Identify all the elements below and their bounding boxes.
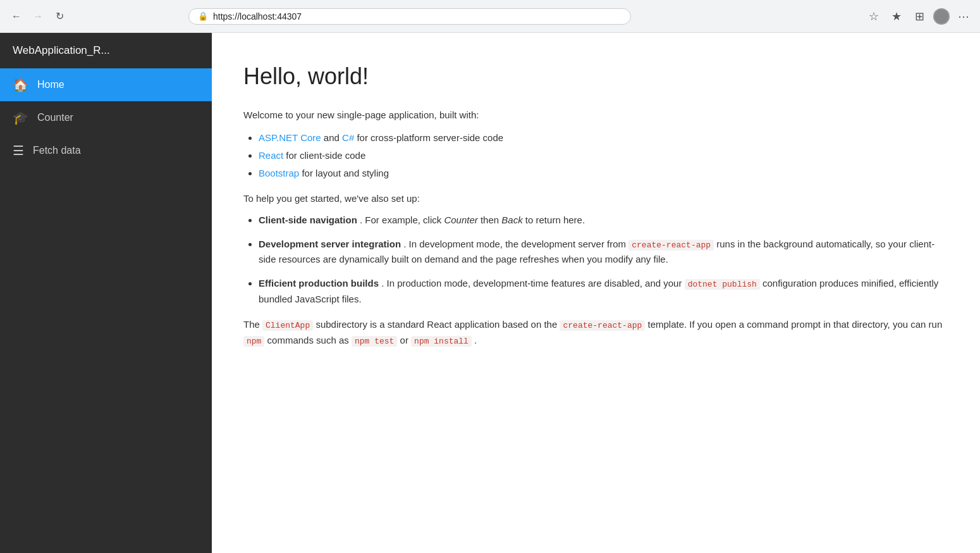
forward-button[interactable]: → [29, 8, 47, 25]
aspnet-core-link[interactable]: ASP.NET Core [259, 132, 321, 143]
fetch-data-icon: ☰ [13, 143, 24, 158]
sidebar-item-fetch-data[interactable]: ☰ Fetch data [0, 134, 212, 167]
sidebar-brand: WebApplication_R... [0, 33, 212, 68]
react-link[interactable]: React [259, 150, 283, 161]
list-item: Client-side navigation . For example, cl… [259, 213, 948, 228]
sidebar: WebApplication_R... 🏠 Home 🎓 Counter ☰ F… [0, 33, 212, 553]
client-nav-bold: Client-side navigation [259, 214, 357, 225]
footer-text3: template. If you open a command prompt i… [647, 319, 942, 330]
footer-text1: The [243, 319, 262, 330]
features-intro: To help you get started, we've also set … [243, 191, 948, 206]
app-layout: WebApplication_R... 🏠 Home 🎓 Counter ☰ F… [0, 33, 980, 553]
sidebar-item-fetch-data-label: Fetch data [33, 145, 81, 156]
bootstrap-link[interactable]: Bootstrap [259, 168, 299, 178]
counter-icon: 🎓 [13, 110, 28, 125]
tech-list: ASP.NET Core and C# for cross-platform s… [259, 130, 948, 181]
csharp-link[interactable]: C# [342, 132, 354, 143]
sidebar-item-home-label: Home [37, 79, 64, 90]
footer-paragraph: The ClientApp subdirectory is a standard… [243, 317, 948, 349]
server-text: for cross-platform server-side code [357, 132, 503, 143]
intro-text: Welcome to your new single-page applicat… [243, 108, 948, 123]
main-content: Hello, world! Welcome to your new single… [212, 33, 980, 553]
prod-builds-bold: Efficient production builds [259, 278, 379, 289]
lock-icon: 🔒 [198, 11, 208, 21]
reload-button[interactable]: ↻ [51, 8, 68, 25]
list-item: Development server integration . In deve… [259, 237, 948, 268]
list-item: Efficient production builds . In product… [259, 276, 948, 307]
more-options-icon[interactable]: ⋯ [955, 8, 972, 25]
favorites-star-icon[interactable]: ☆ [865, 8, 883, 25]
back-button[interactable]: ← [8, 8, 25, 25]
browser-chrome: ← → ↻ 🔒 https://localhost:44307 ☆ ★ ⊞ ⋯ [0, 0, 980, 33]
list-item: Bootstrap for layout and styling [259, 166, 948, 181]
npm-install-code: npm install [411, 336, 472, 347]
react-text: for client-side code [286, 150, 365, 161]
footer-text4: commands such as [267, 335, 352, 345]
dev-server-bold: Development server integration [259, 239, 401, 249]
npm-test-code: npm test [352, 336, 397, 347]
home-icon: 🏠 [13, 77, 28, 92]
bootstrap-text: for layout and styling [302, 168, 389, 178]
client-nav-text: . For example, click [360, 214, 444, 225]
npm-code: npm [243, 336, 264, 347]
url-text: https://localhost:44307 [213, 11, 622, 22]
dotnet-publish-code: dotnet publish [685, 279, 760, 290]
collections-icon[interactable]: ⊞ [910, 8, 928, 25]
list-item: React for client-side code [259, 148, 948, 163]
avatar[interactable] [933, 8, 950, 25]
back-italic: Back [501, 214, 522, 225]
sidebar-item-counter-label: Counter [37, 112, 73, 123]
and-text: and [324, 132, 342, 143]
create-react-app-code: create-react-app [628, 240, 714, 251]
list-item: ASP.NET Core and C# for cross-platform s… [259, 130, 948, 146]
create-react-app-code2: create-react-app [560, 320, 645, 331]
page-title: Hello, world! [243, 58, 948, 95]
features-list: Client-side navigation . For example, cl… [259, 213, 948, 308]
footer-text2: subdirectory is a standard React applica… [315, 319, 560, 330]
sidebar-item-counter[interactable]: 🎓 Counter [0, 101, 212, 134]
address-bar[interactable]: 🔒 https://localhost:44307 [188, 8, 631, 25]
browser-actions: ☆ ★ ⊞ ⋯ [865, 8, 972, 25]
nav-buttons: ← → ↻ [8, 8, 68, 25]
footer-text5: or [400, 335, 412, 345]
counter-italic: Counter [444, 214, 477, 225]
client-app-code: ClientApp [262, 320, 313, 331]
footer-text6: . [474, 335, 477, 345]
sidebar-item-home[interactable]: 🏠 Home [0, 68, 212, 101]
favorites-list-icon[interactable]: ★ [888, 8, 905, 25]
